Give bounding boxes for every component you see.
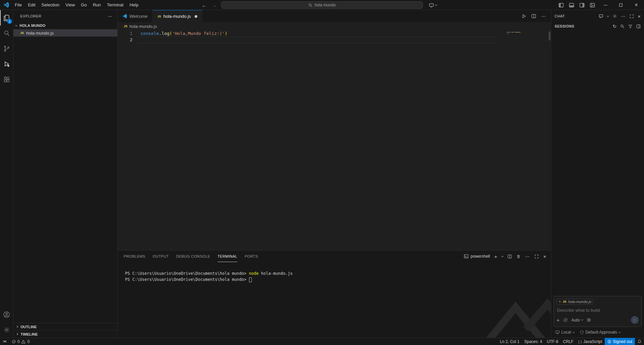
encoding[interactable]: UTF-8: [545, 338, 561, 345]
chat-dropdown-icon[interactable]: [607, 14, 609, 17]
activity-explorer[interactable]: 1: [0, 10, 13, 26]
slash-circle-icon[interactable]: [563, 318, 568, 322]
attach-icon[interactable]: +: [557, 317, 560, 323]
timeline-section[interactable]: TIMELINE: [13, 330, 117, 338]
toggle-secondary-sidebar-icon[interactable]: [577, 0, 587, 10]
context-chip[interactable]: + JS hola-mundo.js: [557, 299, 593, 305]
environment-label: Local: [561, 330, 571, 335]
menu-terminal[interactable]: Terminal: [104, 0, 126, 10]
toggle-sidebar-icon[interactable]: [556, 0, 566, 10]
chat-input[interactable]: Describe what to build: [557, 308, 638, 313]
person-icon: [607, 340, 611, 344]
menu-help[interactable]: Help: [126, 0, 142, 10]
problems-indicator[interactable]: 0 0: [9, 338, 32, 345]
menu-selection[interactable]: Selection: [38, 0, 62, 10]
menu-go[interactable]: Go: [78, 0, 90, 10]
maximize-button[interactable]: [613, 0, 629, 10]
notifications-bell[interactable]: [635, 338, 644, 345]
editor-more-icon[interactable]: ⋯: [541, 13, 546, 19]
panel-more-icon[interactable]: ⋯: [525, 254, 530, 259]
activity-run-debug[interactable]: [0, 56, 13, 72]
new-chat-icon[interactable]: [599, 14, 603, 18]
menu-file[interactable]: File: [12, 0, 25, 10]
cursor-position[interactable]: Ln 2, Col 1: [497, 338, 522, 345]
timeline-label: TIMELINE: [21, 332, 38, 336]
title-bar: File Edit Selection View Go Run Terminal…: [0, 0, 644, 10]
activity-extensions[interactable]: [0, 72, 13, 87]
remote-indicator[interactable]: ><: [0, 338, 9, 345]
outline-section[interactable]: OUTLINE: [13, 323, 117, 330]
sessions-layout-icon[interactable]: [636, 24, 641, 29]
explorer-more-icon[interactable]: ⋯: [108, 13, 113, 19]
tab-ports[interactable]: PORTS: [245, 251, 258, 262]
file-item-hola-mundo[interactable]: JS hola-mundo.js: [13, 29, 117, 37]
terminal-instance[interactable]: powershell: [464, 254, 490, 259]
activity-settings[interactable]: [0, 322, 13, 338]
copilot-button[interactable]: [429, 0, 437, 10]
search-sessions-icon[interactable]: [620, 24, 625, 29]
tab-problems[interactable]: PROBLEMS: [124, 251, 145, 262]
chat-input-card[interactable]: + JS hola-mundo.js Describe what to buil…: [554, 296, 642, 327]
maximize-panel-icon[interactable]: [534, 254, 539, 259]
expand-chat-icon[interactable]: [630, 14, 634, 18]
kill-terminal-icon[interactable]: [516, 254, 521, 259]
environment-selector[interactable]: Local: [555, 330, 574, 335]
activity-search[interactable]: [0, 26, 13, 41]
menu-view[interactable]: View: [63, 0, 78, 10]
approvals-selector[interactable]: Default Approvals: [580, 330, 620, 335]
breadcrumb[interactable]: JS hola-mundo.js: [118, 22, 551, 30]
code-editor[interactable]: 1 console.log('Hola,Mundo feliz:)') 2: [118, 30, 551, 250]
menu-edit[interactable]: Edit: [25, 0, 38, 10]
add-context-icon[interactable]: +: [559, 299, 561, 304]
vscode-logo-icon: [3, 2, 9, 8]
close-chat-icon[interactable]: ×: [638, 13, 641, 19]
forward-arrow-icon[interactable]: →: [212, 2, 217, 8]
activity-account[interactable]: [0, 307, 13, 322]
command-center-search[interactable]: hola mundo: [221, 1, 423, 9]
warning-count: 0: [27, 339, 30, 344]
minimize-button[interactable]: [598, 0, 613, 10]
activity-source-control[interactable]: [0, 41, 13, 56]
split-editor-icon[interactable]: [531, 14, 536, 18]
tab-output[interactable]: OUTPUT: [153, 251, 169, 262]
bottom-panel: PROBLEMS OUTPUT DEBUG CONSOLE TERMINAL P…: [118, 250, 551, 338]
run-file-icon[interactable]: [522, 14, 526, 18]
activity-spacer: [0, 87, 13, 307]
tab-welcome[interactable]: Welcome: [118, 10, 153, 22]
warning-icon: [21, 340, 26, 344]
toggle-panel-icon[interactable]: [566, 0, 577, 10]
explorer-badge: 1: [7, 19, 12, 24]
back-arrow-icon[interactable]: ←: [202, 2, 207, 8]
filter-icon[interactable]: [628, 24, 633, 29]
code-content: [136, 37, 140, 43]
menu-run[interactable]: Run: [90, 0, 104, 10]
chat-settings-gear-icon[interactable]: [612, 14, 617, 18]
status-right: Ln 2, Col 1 Spaces: 4 UTF-8 CRLF { } Jav…: [497, 338, 644, 345]
tune-sliders-icon[interactable]: [587, 318, 591, 322]
terminal-output[interactable]: PS C:\Users\Usuario\OneDrive\Documents\h…: [118, 262, 551, 338]
close-panel-icon[interactable]: ×: [543, 254, 546, 259]
customize-layout-icon[interactable]: [587, 0, 598, 10]
eol-sequence[interactable]: CRLF: [561, 338, 576, 345]
breadcrumb-file[interactable]: hola-mundo.js: [129, 24, 157, 29]
indentation[interactable]: Spaces: 4: [522, 338, 544, 345]
language-mode[interactable]: { } JavaScript: [576, 338, 604, 345]
close-window-button[interactable]: ×: [629, 0, 644, 10]
terminal-dropdown-icon[interactable]: [501, 255, 504, 257]
tab-hola-mundo[interactable]: JS hola-mundo.js: [153, 10, 202, 22]
folder-section-header[interactable]: HOLA MUNDO: [13, 22, 117, 29]
editor-group: Welcome JS hola-mundo.js ⋯: [118, 10, 551, 338]
outline-label: OUTLINE: [21, 325, 37, 329]
modified-dot-icon[interactable]: [195, 15, 197, 18]
split-terminal-icon[interactable]: [508, 254, 512, 259]
history-navigation: ← →: [202, 0, 217, 10]
new-terminal-icon[interactable]: +: [494, 254, 497, 259]
send-button[interactable]: ↑: [631, 316, 639, 324]
mode-selector[interactable]: Auto: [571, 318, 583, 322]
refresh-icon[interactable]: ↻: [613, 24, 616, 29]
tab-terminal[interactable]: TERMINAL: [217, 251, 237, 262]
chat-more-icon[interactable]: ⋯: [621, 13, 626, 19]
account-status[interactable]: Signed out: [605, 338, 635, 345]
tab-debug-console[interactable]: DEBUG CONSOLE: [176, 251, 210, 262]
search-icon: [3, 30, 10, 37]
